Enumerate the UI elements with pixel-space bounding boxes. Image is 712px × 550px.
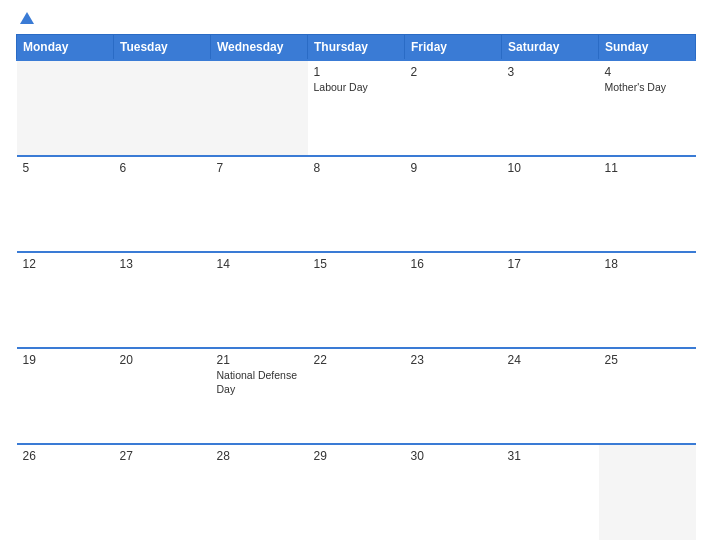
weekday-header-thursday: Thursday [308, 35, 405, 61]
logo [16, 10, 36, 28]
calendar-cell: 15 [308, 252, 405, 348]
weekday-header-tuesday: Tuesday [114, 35, 211, 61]
day-number: 16 [411, 257, 496, 271]
day-number: 10 [508, 161, 593, 175]
calendar-cell: 5 [17, 156, 114, 252]
day-number: 3 [508, 65, 593, 79]
calendar-cell: 22 [308, 348, 405, 444]
day-number: 7 [217, 161, 302, 175]
calendar-cell: 12 [17, 252, 114, 348]
calendar-cell: 30 [405, 444, 502, 540]
calendar-cell: 18 [599, 252, 696, 348]
day-number: 17 [508, 257, 593, 271]
weekday-header-friday: Friday [405, 35, 502, 61]
day-number: 21 [217, 353, 302, 367]
calendar-week-row: 192021National Defense Day22232425 [17, 348, 696, 444]
day-number: 26 [23, 449, 108, 463]
calendar-cell: 2 [405, 60, 502, 156]
calendar-cell [114, 60, 211, 156]
calendar-cell: 14 [211, 252, 308, 348]
calendar-cell: 6 [114, 156, 211, 252]
calendar-cell: 8 [308, 156, 405, 252]
calendar-cell: 23 [405, 348, 502, 444]
weekday-header-monday: Monday [17, 35, 114, 61]
calendar-header: MondayTuesdayWednesdayThursdayFridaySatu… [17, 35, 696, 61]
calendar-page: MondayTuesdayWednesdayThursdayFridaySatu… [0, 0, 712, 550]
calendar-cell: 1Labour Day [308, 60, 405, 156]
calendar-cell: 9 [405, 156, 502, 252]
calendar-cell: 27 [114, 444, 211, 540]
calendar-cell: 17 [502, 252, 599, 348]
day-number: 4 [605, 65, 690, 79]
calendar-cell: 11 [599, 156, 696, 252]
day-number: 13 [120, 257, 205, 271]
calendar-week-row: 262728293031 [17, 444, 696, 540]
day-number: 19 [23, 353, 108, 367]
calendar-cell [211, 60, 308, 156]
calendar-cell: 3 [502, 60, 599, 156]
day-number: 30 [411, 449, 496, 463]
calendar-cell: 31 [502, 444, 599, 540]
calendar-week-row: 567891011 [17, 156, 696, 252]
header [16, 10, 696, 28]
calendar-body: 1Labour Day234Mother's Day56789101112131… [17, 60, 696, 540]
day-number: 8 [314, 161, 399, 175]
calendar-cell: 7 [211, 156, 308, 252]
day-event: Mother's Day [605, 81, 690, 95]
day-event: Labour Day [314, 81, 399, 95]
weekday-header-saturday: Saturday [502, 35, 599, 61]
calendar-week-row: 12131415161718 [17, 252, 696, 348]
calendar-cell [17, 60, 114, 156]
day-number: 1 [314, 65, 399, 79]
logo-icon [18, 10, 36, 28]
calendar-cell: 4Mother's Day [599, 60, 696, 156]
day-number: 20 [120, 353, 205, 367]
calendar-cell: 25 [599, 348, 696, 444]
calendar-week-row: 1Labour Day234Mother's Day [17, 60, 696, 156]
day-number: 14 [217, 257, 302, 271]
day-number: 2 [411, 65, 496, 79]
day-number: 23 [411, 353, 496, 367]
day-number: 22 [314, 353, 399, 367]
weekday-header-row: MondayTuesdayWednesdayThursdayFridaySatu… [17, 35, 696, 61]
day-number: 11 [605, 161, 690, 175]
calendar-cell [599, 444, 696, 540]
day-number: 29 [314, 449, 399, 463]
weekday-header-sunday: Sunday [599, 35, 696, 61]
day-number: 6 [120, 161, 205, 175]
calendar-cell: 26 [17, 444, 114, 540]
day-event: National Defense Day [217, 369, 302, 396]
weekday-header-wednesday: Wednesday [211, 35, 308, 61]
calendar-cell: 10 [502, 156, 599, 252]
day-number: 27 [120, 449, 205, 463]
day-number: 12 [23, 257, 108, 271]
day-number: 31 [508, 449, 593, 463]
day-number: 15 [314, 257, 399, 271]
calendar-table: MondayTuesdayWednesdayThursdayFridaySatu… [16, 34, 696, 540]
day-number: 9 [411, 161, 496, 175]
svg-marker-0 [20, 12, 34, 24]
day-number: 5 [23, 161, 108, 175]
calendar-cell: 21National Defense Day [211, 348, 308, 444]
calendar-cell: 20 [114, 348, 211, 444]
calendar-cell: 19 [17, 348, 114, 444]
calendar-cell: 28 [211, 444, 308, 540]
day-number: 18 [605, 257, 690, 271]
calendar-cell: 29 [308, 444, 405, 540]
calendar-cell: 13 [114, 252, 211, 348]
calendar-cell: 16 [405, 252, 502, 348]
calendar-cell: 24 [502, 348, 599, 444]
day-number: 24 [508, 353, 593, 367]
day-number: 28 [217, 449, 302, 463]
day-number: 25 [605, 353, 690, 367]
